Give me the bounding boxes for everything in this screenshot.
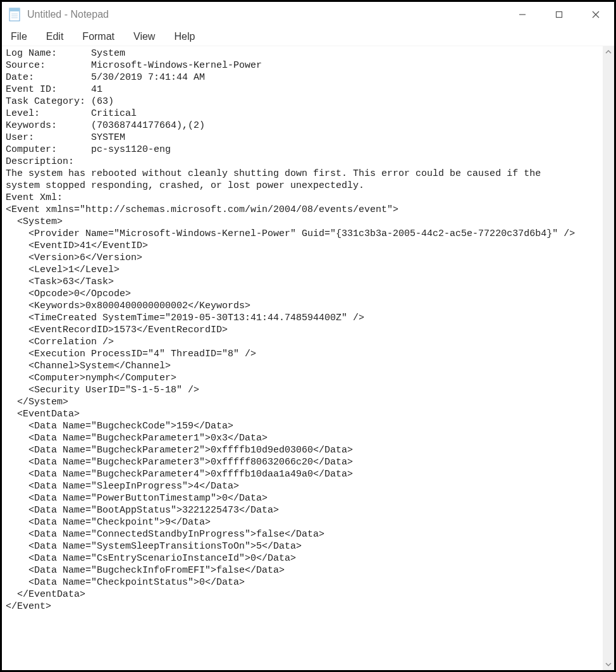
date-value: 5/30/2019 7:41:44 AM xyxy=(91,72,205,83)
computer-value: pc-sys1120-eng xyxy=(91,144,171,155)
xml-line: <Data Name="CheckpointStatus">0</Data> xyxy=(6,576,599,588)
keywords-value: (70368744177664),(2) xyxy=(91,120,205,131)
minimize-button[interactable] xyxy=(504,2,541,27)
xml-line: <Data Name="BugcheckParameter4">0xffffb1… xyxy=(6,468,599,480)
scroll-up-icon[interactable] xyxy=(603,46,614,58)
xml-line: <Channel>System</Channel> xyxy=(6,360,599,372)
maximize-button[interactable] xyxy=(541,2,577,27)
xml-line: </EventData> xyxy=(6,588,599,600)
source-value: Microsoft-Windows-Kernel-Power xyxy=(91,60,262,71)
svg-rect-1 xyxy=(9,8,20,11)
task-category-label: Task Category: xyxy=(6,96,91,108)
user-label: User: xyxy=(6,132,91,144)
window-title: Untitled - Notepad xyxy=(27,9,109,20)
notepad-window: Untitled - Notepad File Edit Format View… xyxy=(0,0,616,672)
window-controls xyxy=(504,2,614,27)
xml-line: <Data Name="BootAppStatus">3221225473</D… xyxy=(6,504,599,516)
xml-line: <Data Name="SystemSleepTransitionsToOn">… xyxy=(6,540,599,552)
xml-line: </System> xyxy=(6,396,599,408)
xml-line: <Execution ProcessID="4" ThreadID="8" /> xyxy=(6,348,599,360)
xml-line: <Data Name="BugcheckInfoFromEFI">false</… xyxy=(6,564,599,576)
description-text: The system has rebooted without cleanly … xyxy=(6,168,599,192)
scroll-down-icon[interactable] xyxy=(603,659,614,670)
xml-line: <EventRecordID>1573</EventRecordID> xyxy=(6,324,599,336)
xml-line: <Event xmlns="http://schemas.microsoft.c… xyxy=(6,204,599,216)
source-label: Source: xyxy=(6,59,91,72)
xml-line: <EventID>41</EventID> xyxy=(6,240,599,252)
titlebar[interactable]: Untitled - Notepad xyxy=(2,2,614,27)
xml-line: <Level>1</Level> xyxy=(6,264,599,276)
xml-line: <Data Name="BugcheckParameter1">0x3</Dat… xyxy=(6,432,599,444)
xml-line: <Data Name="Checkpoint">9</Data> xyxy=(6,516,599,528)
xml-line: <Correlation /> xyxy=(6,336,599,348)
event-id-label: Event ID: xyxy=(6,84,91,96)
xml-line: </Event> xyxy=(6,600,599,613)
notepad-icon xyxy=(8,7,21,22)
menu-file[interactable]: File xyxy=(7,30,31,44)
xml-line: <EventData> xyxy=(6,408,599,420)
svg-rect-6 xyxy=(557,12,562,18)
xml-line: <Computer>nymph</Computer> xyxy=(6,372,599,384)
log-name-value: System xyxy=(91,48,125,59)
menu-edit[interactable]: Edit xyxy=(42,30,68,44)
text-area[interactable]: Log Name:SystemSource:Microsoft-Windows-… xyxy=(2,46,603,670)
xml-line: <Data Name="BugcheckCode">159</Data> xyxy=(6,420,599,432)
close-button[interactable] xyxy=(577,2,614,27)
level-value: Critical xyxy=(91,108,137,119)
user-value: SYSTEM xyxy=(91,132,125,143)
menubar: File Edit Format View Help xyxy=(2,27,614,46)
xml-line: <Data Name="CsEntryScenarioInstanceId">0… xyxy=(6,552,599,564)
xml-line: <Data Name="SleepInProgress">4</Data> xyxy=(6,480,599,492)
xml-line: <Data Name="ConnectedStandbyInProgress">… xyxy=(6,528,599,540)
xml-line: <TimeCreated SystemTime="2019-05-30T13:4… xyxy=(6,312,599,324)
xml-line: <Version>6</Version> xyxy=(6,252,599,264)
xml-line: <Provider Name="Microsoft-Windows-Kernel… xyxy=(6,228,599,240)
log-name-label: Log Name: xyxy=(6,47,91,59)
event-id-value: 41 xyxy=(91,84,102,95)
xml-line: <Data Name="BugcheckParameter2">0xffffb1… xyxy=(6,444,599,456)
menu-help[interactable]: Help xyxy=(170,30,199,44)
xml-line: <Task>63</Task> xyxy=(6,276,599,288)
menu-view[interactable]: View xyxy=(130,30,159,44)
menu-format[interactable]: Format xyxy=(78,30,118,44)
computer-label: Computer: xyxy=(6,144,91,156)
vertical-scrollbar[interactable] xyxy=(603,46,614,670)
keywords-label: Keywords: xyxy=(6,120,91,132)
xml-line: <Security UserID="S-1-5-18" /> xyxy=(6,384,599,396)
event-xml-label: Event Xml: xyxy=(6,192,63,203)
xml-line: <Data Name="BugcheckParameter3">0xfffff8… xyxy=(6,456,599,468)
xml-line: <Data Name="PowerButtonTimestamp">0</Dat… xyxy=(6,492,599,504)
description-label: Description: xyxy=(6,156,74,167)
date-label: Date: xyxy=(6,72,91,84)
task-category-value: (63) xyxy=(91,96,114,107)
xml-line: <System> xyxy=(6,216,599,228)
xml-line: <Keywords>0x8000400000000002</Keywords> xyxy=(6,300,599,312)
xml-line: <Opcode>0</Opcode> xyxy=(6,288,599,300)
level-label: Level: xyxy=(6,108,91,120)
